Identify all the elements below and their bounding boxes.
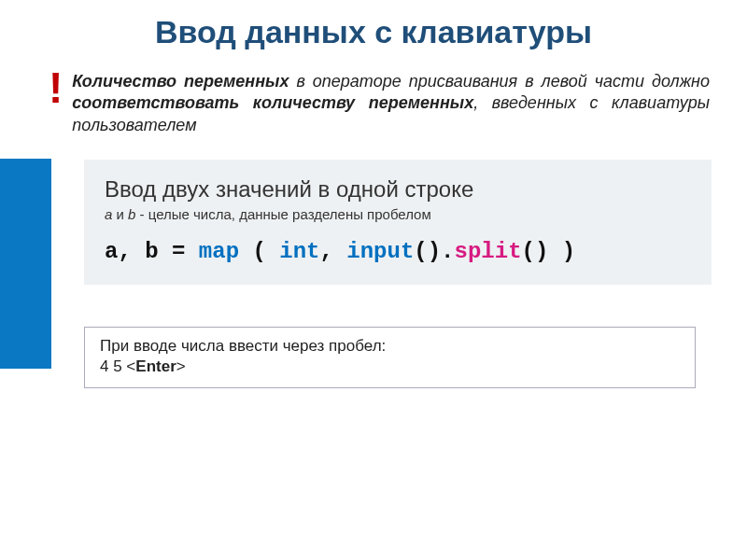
code-p1: a, b = xyxy=(105,239,199,264)
sub-and: и xyxy=(112,206,128,222)
example-box: При вводе числа ввести через пробел: 4 5… xyxy=(84,327,696,388)
code-p4: (). xyxy=(414,239,454,264)
decorative-side-bar xyxy=(0,159,51,369)
exclamation-icon: ! xyxy=(49,66,63,109)
info-box: Ввод двух значений в одной строке a и b … xyxy=(84,160,712,285)
note-bold-2: соответствовать количеству переменных xyxy=(72,93,473,112)
fn-split: split xyxy=(455,239,522,264)
note-bold-1: Количество переменных xyxy=(72,72,289,91)
kw-map: map xyxy=(199,239,239,264)
note-row: ! Количество переменных в операторе прис… xyxy=(49,71,710,136)
example-prefix: 4 5 < xyxy=(100,357,135,375)
example-line1: При вводе числа ввести через пробел: xyxy=(100,337,680,356)
example-enter: Enter xyxy=(135,357,176,375)
code-line: a, b = map ( int, input().split() ) xyxy=(105,239,691,264)
code-p2: ( xyxy=(239,239,279,264)
info-title: Ввод двух значений в одной строке xyxy=(105,176,691,203)
kw-input: input xyxy=(346,239,414,264)
kw-int: int xyxy=(279,239,319,264)
sub-rest: - целые числа, данные разделены пробелом xyxy=(135,206,430,222)
note-part2: в операторе присваивания в левой части д… xyxy=(289,72,710,91)
page-title: Ввод данных с клавиатуры xyxy=(0,0,747,62)
example-line2: 4 5 <Enter> xyxy=(100,357,680,376)
example-suffix: > xyxy=(176,357,186,375)
code-p3: , xyxy=(319,239,346,264)
info-subtitle: a и b - целые числа, данные разделены пр… xyxy=(105,206,691,222)
code-p5: () ) xyxy=(522,239,576,264)
note-text: Количество переменных в операторе присва… xyxy=(72,71,710,136)
